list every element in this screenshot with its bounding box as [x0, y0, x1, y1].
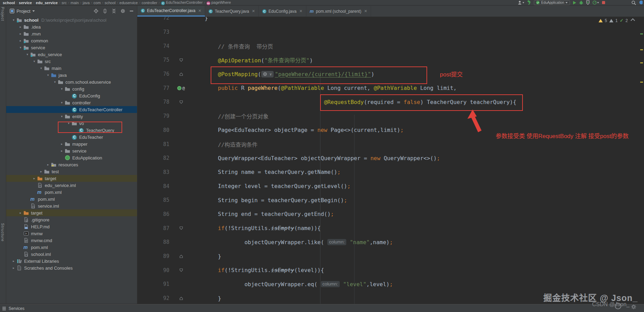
- tree-item-config[interactable]: ▾config: [6, 85, 137, 92]
- tree-item-entity[interactable]: ▾entity: [6, 113, 137, 120]
- breadcrumb-item[interactable]: java: [83, 1, 89, 5]
- fold-marker-down[interactable]: [174, 100, 188, 104]
- tree-item-scratches-and-consoles[interactable]: ▸Scratches and Consoles: [6, 264, 137, 271]
- editor-tab[interactable]: CEduConfig.java✕: [259, 6, 306, 17]
- chevron-right-icon[interactable]: ▸: [18, 25, 23, 29]
- locate-file-icon[interactable]: [94, 9, 98, 13]
- chevron-down-icon[interactable]: ▾: [45, 73, 51, 77]
- close-icon[interactable]: ✕: [252, 9, 255, 13]
- tree-item-main[interactable]: ▾main: [6, 65, 137, 72]
- tree-item-src[interactable]: ▾src: [6, 58, 137, 65]
- tree-item-school[interactable]: ▾schoolD:\works\project\json\java\school: [6, 17, 137, 23]
- chevron-right-icon[interactable]: ▸: [32, 177, 37, 180]
- breadcrumb-item[interactable]: service: [19, 1, 32, 5]
- breadcrumb-item[interactable]: school: [105, 1, 116, 5]
- chevron-down-icon[interactable]: ▾: [59, 101, 64, 104]
- stripe-mark-yellow[interactable]: [640, 49, 643, 50]
- gutter-mapping-icons[interactable]: @: [174, 85, 188, 91]
- tree-item-com-school-eduservice[interactable]: ▾com.school.eduservice: [6, 79, 137, 85]
- close-icon[interactable]: ✕: [364, 9, 367, 13]
- tree-item-help-md[interactable]: MDHELP.md: [6, 223, 137, 230]
- code-line-84[interactable]: 84Integer level = teacherQuery.getLevel(…: [137, 179, 644, 193]
- chevron-down-icon[interactable]: ▾: [59, 115, 64, 118]
- breadcrumb-item[interactable]: com: [94, 1, 101, 5]
- editor-tab[interactable]: CEduTeacherController.java✕: [137, 6, 205, 17]
- code-line-87[interactable]: 87if(!StringUtils.isEmpty(name)){: [137, 221, 644, 235]
- expand-all-icon[interactable]: [103, 9, 107, 13]
- tree-item--gitignore[interactable]: .gitignore: [6, 216, 137, 223]
- profiler-button[interactable]: [592, 0, 599, 5]
- user-profile-icon[interactable]: [518, 0, 525, 5]
- tree-item-educonfig[interactable]: CEduConfig: [6, 92, 137, 99]
- breadcrumb-item[interactable]: edu_service: [36, 1, 58, 5]
- fold-marker-down[interactable]: [174, 58, 188, 62]
- code-line-89[interactable]: 89}: [137, 249, 644, 263]
- tree-item-eduteacher[interactable]: CEduTeacher: [6, 134, 137, 141]
- chevron-down-icon[interactable]: ▾: [32, 60, 37, 63]
- fold-marker-down[interactable]: [174, 226, 188, 230]
- chevron-down-icon[interactable]: ▾: [25, 53, 30, 56]
- tree-item-mapper[interactable]: ▸mapper: [6, 141, 137, 147]
- tree-item-target[interactable]: ▸target: [6, 175, 137, 182]
- build-hammer-icon[interactable]: [527, 0, 531, 5]
- breadcrumb-item[interactable]: school: [3, 1, 15, 5]
- chevron-right-icon[interactable]: ▸: [18, 39, 23, 42]
- fold-marker-down[interactable]: [174, 268, 188, 272]
- breadcrumb-item[interactable]: mpageWhere: [207, 0, 231, 5]
- code-area[interactable]: 72}7374// 条件查询 带分页75@ApiOperation("条件查询带…: [137, 17, 644, 304]
- stripe-mark-yellow[interactable]: [640, 82, 643, 83]
- project-panel-title[interactable]: Project: [17, 9, 30, 14]
- chevron-down-icon[interactable]: ▾: [11, 18, 16, 22]
- debug-button[interactable]: [579, 0, 583, 5]
- run-configuration-select[interactable]: EduApplication: [534, 0, 570, 5]
- tree-item-mvnw-cmd[interactable]: mvnw.cmd: [6, 237, 137, 244]
- code-line-88[interactable]: 88objectQueryWrapper.like( column: "name…: [137, 235, 644, 249]
- tree-item-pom-xml[interactable]: mpom.xml: [6, 189, 137, 196]
- chevron-down-icon[interactable]: ▾: [59, 87, 64, 91]
- code-line-72[interactable]: 72}: [137, 17, 644, 25]
- chevron-right-icon[interactable]: ▸: [45, 163, 51, 166]
- chevron-right-icon[interactable]: ▸: [18, 32, 23, 35]
- collapse-all-icon[interactable]: [112, 9, 116, 13]
- breadcrumb-item[interactable]: controller: [142, 1, 157, 5]
- mapped-url-icon[interactable]: [177, 86, 181, 90]
- code-line-83[interactable]: 83String name = teacherQuery.getName();: [137, 165, 644, 179]
- fold-marker-up[interactable]: [174, 297, 188, 300]
- tree-item-target[interactable]: ▸target: [6, 209, 137, 216]
- stripe-mark-yellow[interactable]: [640, 62, 643, 63]
- code-line-91[interactable]: 91objectQueryWrapper.eq( column: "level"…: [137, 277, 644, 291]
- gear-icon[interactable]: [120, 9, 125, 13]
- tree-item-edu-service-iml[interactable]: edu_service.iml: [6, 182, 137, 189]
- tree-item-mvnw[interactable]: >mvnw: [6, 230, 137, 237]
- status-services-label[interactable]: Services: [9, 306, 24, 311]
- code-editor[interactable]: 72}7374// 条件查询 带分页75@ApiOperation("条件查询带…: [137, 17, 644, 304]
- code-line-74[interactable]: 74// 条件查询 带分页: [137, 39, 644, 53]
- code-line-73[interactable]: 73: [137, 25, 644, 39]
- tree-item-service-iml[interactable]: service.iml: [6, 202, 137, 209]
- code-line-75[interactable]: 75@ApiOperation("条件查询带分页"): [137, 53, 644, 67]
- tree-item--idea[interactable]: ▸.idea: [6, 23, 137, 30]
- chevron-down-icon[interactable]: ▾: [39, 66, 44, 70]
- stop-button[interactable]: [602, 0, 605, 5]
- tree-item-java[interactable]: ▾java: [6, 72, 137, 79]
- fold-marker-up[interactable]: [174, 254, 188, 258]
- tree-item-edu-service[interactable]: ▾edu_service: [6, 51, 137, 58]
- code-line-90[interactable]: 90if(!StringUtils.isEmpty(level)){: [137, 263, 644, 277]
- tree-item--mvn[interactable]: ▸.mvn: [6, 30, 137, 37]
- tree-item-resources[interactable]: ▸resources: [6, 161, 137, 168]
- editor-tab[interactable]: CTeacherQuery.java✕: [205, 6, 259, 17]
- breadcrumb-item[interactable]: main: [71, 1, 79, 5]
- tree-item-eduapplication[interactable]: EduApplication: [6, 154, 137, 161]
- stripe-mark-green[interactable]: [640, 33, 643, 34]
- chevron-down-icon[interactable]: ▾: [18, 46, 23, 49]
- hide-panel-icon[interactable]: [129, 9, 134, 13]
- search-everywhere-icon[interactable]: [631, 0, 636, 5]
- tree-item-eduteachercontroller[interactable]: CEduTeacherController: [6, 106, 137, 113]
- tree-item-test[interactable]: ▸test: [6, 168, 137, 175]
- tree-item-controller[interactable]: ▾controller: [6, 99, 137, 106]
- close-icon[interactable]: ✕: [299, 9, 302, 13]
- breadcrumb-item[interactable]: src: [62, 1, 67, 5]
- breadcrumb-item[interactable]: eduservice: [119, 1, 138, 5]
- chevron-right-icon[interactable]: ▸: [59, 142, 64, 146]
- chevron-right-icon[interactable]: ▸: [39, 170, 44, 173]
